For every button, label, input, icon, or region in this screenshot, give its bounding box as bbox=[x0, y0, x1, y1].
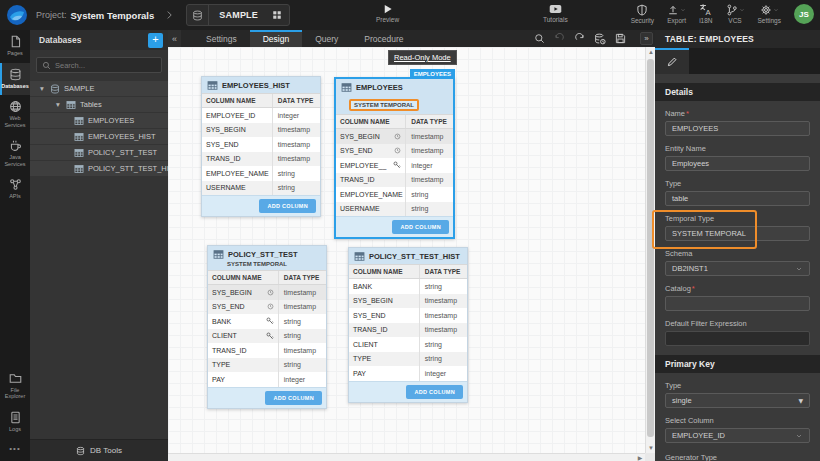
collapse-right-panel-button[interactable]: » bbox=[640, 32, 653, 45]
rail-overflow-button[interactable]: ••• bbox=[0, 438, 30, 461]
table-column-row[interactable]: TYPEstring bbox=[208, 358, 326, 373]
table-column-row[interactable]: TRANS_IDtimestamp bbox=[202, 152, 320, 167]
caret-down-icon[interactable]: ▾ bbox=[38, 84, 46, 93]
field-select[interactable]: EMPLOYEE_ID bbox=[665, 428, 810, 443]
search-icon[interactable] bbox=[534, 33, 545, 44]
table-column-row[interactable]: SYS_ENDtimestamp bbox=[336, 144, 453, 159]
sidebar-item-databases[interactable]: Databases bbox=[0, 63, 30, 96]
i18n-button[interactable]: Ai18N bbox=[699, 3, 712, 24]
tree-item-sample[interactable]: ▾SAMPLE bbox=[30, 81, 168, 96]
action-label: i18N bbox=[699, 17, 712, 24]
collapse-left-panel-button[interactable]: « bbox=[168, 30, 181, 47]
user-avatar[interactable]: JS bbox=[794, 4, 814, 24]
db-refresh-icon[interactable] bbox=[594, 33, 606, 45]
table-column-row[interactable]: TRANS_IDtimestamp bbox=[336, 173, 453, 188]
field-select[interactable]: single▼ bbox=[665, 393, 810, 408]
tree-item-employees_hist[interactable]: EMPLOYEES_HIST bbox=[30, 129, 168, 144]
table-column-row[interactable]: CLIENTstring bbox=[349, 337, 467, 352]
add-database-button[interactable]: + bbox=[148, 33, 163, 48]
grid-icon[interactable] bbox=[272, 10, 289, 20]
table-column-row[interactable]: TRANS_IDtimestamp bbox=[349, 323, 467, 338]
scroll-right-icon[interactable]: ▶ bbox=[635, 454, 645, 461]
context-selector[interactable]: SAMPLE bbox=[186, 4, 290, 26]
field-input[interactable]: table bbox=[665, 191, 810, 206]
field-select[interactable]: DB2INST1 bbox=[665, 261, 810, 276]
table-column-row[interactable]: SYS_BEGINtimestamp bbox=[208, 285, 326, 300]
tree-item-tables[interactable]: ▾Tables bbox=[30, 97, 168, 112]
scroll-down-icon[interactable]: ▼ bbox=[646, 443, 656, 453]
table-column-row[interactable]: EMPLOYEE_IDinteger bbox=[202, 108, 320, 123]
undo-icon[interactable] bbox=[554, 33, 565, 44]
search-box[interactable] bbox=[36, 57, 162, 73]
add-column-button[interactable]: ADD COLUMN bbox=[392, 220, 449, 234]
add-column-button[interactable]: ADD COLUMN bbox=[406, 385, 463, 399]
table-column-row[interactable]: TYPEstring bbox=[349, 352, 467, 367]
tab-edit[interactable] bbox=[655, 48, 689, 74]
security-button[interactable]: Security bbox=[631, 3, 654, 24]
entity-card-title: POLICY_STT_TEST_HIST bbox=[369, 252, 460, 261]
tutorials-button[interactable]: Tutorials bbox=[543, 3, 568, 23]
table-column-row[interactable]: SYS_ENDtimestamp bbox=[202, 137, 320, 152]
export-button[interactable]: Export bbox=[667, 3, 686, 24]
entity-card-employees_hist[interactable]: EMPLOYEES_HISTCOLUMN NAMEDATA TYPEEMPLOY… bbox=[201, 76, 321, 217]
canvas-horizontal-scrollbar[interactable]: ▶ bbox=[168, 453, 645, 461]
db-tools-label: DB Tools bbox=[90, 446, 122, 455]
scrollbar-thumb[interactable] bbox=[647, 59, 654, 437]
table-column-row[interactable]: BANKstring bbox=[208, 314, 326, 329]
search-input[interactable] bbox=[55, 61, 156, 70]
field-input[interactable] bbox=[665, 331, 810, 346]
db-tools-button[interactable]: DB Tools bbox=[30, 439, 168, 461]
table-column-row[interactable]: CLIENTstring bbox=[208, 329, 326, 344]
table-column-row[interactable]: USERNAMEstring bbox=[336, 202, 453, 217]
sidebar-item-java-services[interactable]: Java Services bbox=[0, 134, 30, 173]
field-input[interactable]: SYSTEM TEMPORAL bbox=[665, 226, 810, 241]
design-canvas[interactable]: Read-Only Mode EMPLOYEES_HISTCOLUMN NAME… bbox=[168, 47, 655, 461]
redo-icon[interactable] bbox=[574, 33, 585, 44]
table-column-row[interactable]: SYS_BEGINtimestamp bbox=[336, 129, 453, 144]
table-column-row[interactable]: SYS_BEGINtimestamp bbox=[202, 123, 320, 138]
table-column-row[interactable]: PAYinteger bbox=[208, 372, 326, 387]
table-column-row[interactable]: EMPLOYEE_NAMEstring bbox=[202, 166, 320, 181]
tree-item-employees[interactable]: EMPLOYEES bbox=[30, 113, 168, 128]
add-column-button[interactable]: ADD COLUMN bbox=[265, 391, 322, 405]
tab-design[interactable]: Design bbox=[250, 30, 302, 47]
field-input[interactable]: EMPLOYEES bbox=[665, 121, 810, 136]
table-column-row[interactable]: PAYinteger bbox=[349, 366, 467, 381]
tree-item-policy_stt_test[interactable]: POLICY_STT_TEST bbox=[30, 145, 168, 160]
sidebar-item-pages[interactable]: Pages bbox=[0, 30, 30, 63]
sidebar-item-logs[interactable]: Logs bbox=[0, 406, 30, 439]
table-column-row[interactable]: BANKstring bbox=[349, 279, 467, 294]
table-column-row[interactable]: SYS_ENDtimestamp bbox=[208, 300, 326, 315]
add-column-button[interactable]: ADD COLUMN bbox=[259, 199, 316, 213]
canvas-vertical-scrollbar[interactable]: ▲ ▼ bbox=[645, 47, 655, 453]
caret-down-icon[interactable]: ▾ bbox=[54, 100, 62, 109]
entity-card-policy_stt_test[interactable]: POLICY_STT_TESTSYSTEM TEMPORALCOLUMN NAM… bbox=[207, 245, 327, 409]
tab-query[interactable]: Query bbox=[302, 30, 351, 47]
preview-button[interactable]: Preview bbox=[376, 3, 399, 23]
table-icon bbox=[354, 251, 365, 262]
sidebar-item-file-explorer[interactable]: File Explorer bbox=[0, 367, 30, 406]
column-data-type: integer bbox=[406, 162, 453, 169]
scroll-up-icon[interactable]: ▲ bbox=[646, 47, 656, 57]
table-column-row[interactable]: SYS_BEGINtimestamp bbox=[349, 294, 467, 309]
column-name: SYS_END bbox=[206, 141, 239, 148]
tree-item-policy_stt_test_hist[interactable]: POLICY_STT_TEST_HIST bbox=[30, 161, 168, 176]
save-icon[interactable] bbox=[615, 33, 626, 44]
table-column-row[interactable]: EMPLOYEE_NAMEstring bbox=[336, 187, 453, 202]
tab-procedure[interactable]: Procedure bbox=[351, 30, 416, 47]
rail-item-label: Web Services bbox=[0, 115, 30, 128]
table-column-row[interactable]: SYS_ENDtimestamp bbox=[349, 308, 467, 323]
table-column-row[interactable]: EMPLOYEE__integer bbox=[336, 158, 453, 173]
field-label: Default Filter Expression bbox=[665, 319, 747, 328]
tab-settings[interactable]: Settings bbox=[193, 30, 250, 47]
field-input[interactable]: Employees bbox=[665, 156, 810, 171]
entity-card-policy_stt_test_hist[interactable]: POLICY_STT_TEST_HISTCOLUMN NAMEDATA TYPE… bbox=[348, 247, 468, 403]
vcs-button[interactable]: VCS bbox=[726, 3, 745, 24]
table-column-row[interactable]: USERNAMEstring bbox=[202, 181, 320, 196]
field-input[interactable] bbox=[665, 296, 810, 311]
table-column-row[interactable]: TRANS_IDtimestamp bbox=[208, 343, 326, 358]
entity-card-employees[interactable]: EMPLOYEESEMPLOYEESSYSTEM TEMPORALCOLUMN … bbox=[334, 77, 455, 239]
sidebar-item-apis[interactable]: APIs bbox=[0, 173, 30, 206]
settings-button[interactable]: Settings bbox=[758, 3, 782, 24]
sidebar-item-web-services[interactable]: Web Services bbox=[0, 95, 30, 134]
